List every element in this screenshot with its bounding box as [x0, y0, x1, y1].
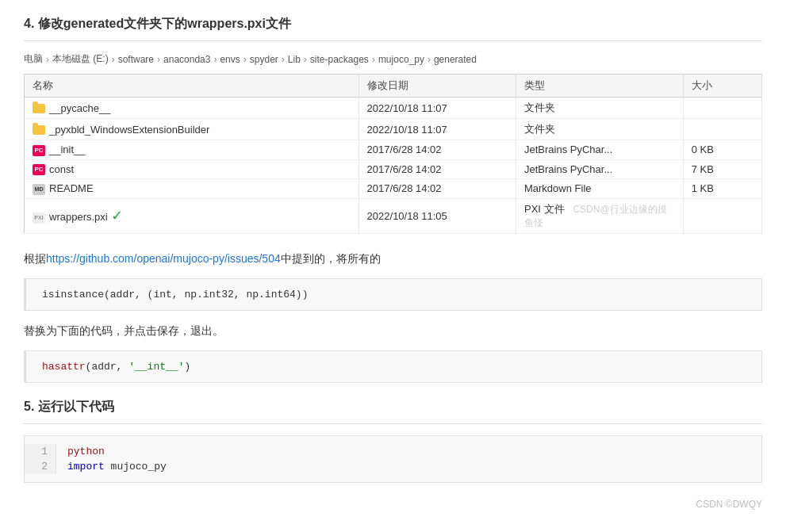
breadcrumb-sep: › [157, 54, 160, 65]
section5-title: 5. 运行以下代码 [24, 399, 762, 424]
breadcrumb-item: 电脑 [24, 52, 43, 66]
paragraph1-text: 根据 [24, 252, 46, 265]
file-name-label: __init__ [49, 144, 86, 155]
code2-string: '__int__' [128, 361, 184, 373]
breadcrumb-item: 本地磁盘 (E:) [52, 52, 109, 66]
page-container: 4. 修改generated文件夹下的wrappers.pxi文件 电脑 › 本… [0, 0, 786, 526]
file-type-cell: 文件夹 [516, 119, 683, 140]
file-table-body: __pycache__2022/10/18 11:07文件夹_pyxbld_Wi… [25, 98, 762, 234]
module-name: mujoco_py [105, 461, 167, 473]
breadcrumb-item: generated [434, 54, 477, 65]
file-name-cell: MDREADME [25, 179, 359, 199]
file-name-cell: __pycache__ [25, 98, 359, 119]
table-header-row: 名称 修改日期 类型 大小 [25, 75, 762, 98]
breadcrumb: 电脑 › 本地磁盘 (E:) › software › anaconda3 › … [24, 52, 762, 66]
col-header-date: 修改日期 [358, 75, 516, 98]
pxi-icon: PXI [33, 212, 45, 224]
checkmark-icon: ✓ [111, 208, 123, 224]
file-date-cell: 2017/6/28 14:02 [358, 140, 516, 160]
file-date-cell: 2017/6/28 14:02 [358, 159, 516, 179]
file-date-cell: 2022/10/18 11:05 [358, 198, 516, 233]
code-line-2: 2 import mujoco_py [25, 459, 761, 474]
file-type-cell: 文件夹 [516, 98, 683, 119]
section4-title: 4. 修改generated文件夹下的wrappers.pxi文件 [24, 16, 762, 41]
table-row: MDREADME2017/6/28 14:02Markdown File1 KB [25, 179, 762, 199]
file-size-cell [683, 98, 761, 119]
breadcrumb-sep: › [243, 54, 247, 65]
file-size-cell [683, 198, 761, 233]
line-code-2: import mujoco_py [56, 459, 178, 474]
pc-icon: PC [33, 164, 45, 175]
line-num-1: 1 [25, 444, 56, 459]
code2-args: (addr, [86, 361, 129, 373]
file-date-cell: 2017/6/28 14:02 [358, 179, 516, 199]
breadcrumb-item: site-packages [310, 54, 369, 65]
code-line-1: 1 python [25, 444, 761, 459]
breadcrumb-item: spyder [250, 54, 278, 65]
col-header-type: 类型 [516, 75, 683, 98]
breadcrumb-sep: › [304, 54, 307, 65]
code2-keyword: hasattr [42, 361, 86, 373]
table-row: __pycache__2022/10/18 11:07文件夹 [25, 98, 762, 119]
code-block-2: hasattr(addr, '__int__') [24, 350, 762, 383]
file-table: 名称 修改日期 类型 大小 __pycache__2022/10/18 11:0… [24, 74, 762, 234]
file-type-cell: JetBrains PyChar... [516, 159, 683, 179]
file-name-label: wrappers.pxi [49, 211, 108, 223]
breadcrumb-sep: › [428, 54, 431, 65]
breadcrumb-sep: › [282, 54, 285, 65]
breadcrumb-item: Lib [288, 54, 301, 65]
file-name-cell: PC__init__ [25, 140, 359, 160]
import-keyword: import [67, 461, 105, 473]
table-row: PCconst2017/6/28 14:02JetBrains PyChar..… [25, 159, 762, 179]
table-row: PXIwrappers.pxi✓2022/10/18 11:05PXI 文件 C… [25, 198, 762, 233]
file-name-cell: PXIwrappers.pxi✓ [25, 198, 359, 233]
paragraph2: 替换为下面的代码，并点击保存，退出。 [24, 322, 762, 339]
code-block-numbered: 1 python 2 import mujoco_py [24, 435, 762, 483]
breadcrumb-sep: › [213, 54, 217, 65]
line-code-1: python [56, 444, 116, 459]
file-date-cell: 2022/10/18 11:07 [358, 119, 516, 140]
table-row: PC__init__2017/6/28 14:02JetBrains PyCha… [25, 140, 762, 160]
breadcrumb-sep: › [112, 54, 115, 65]
file-date-cell: 2022/10/18 11:07 [358, 98, 516, 119]
file-name-label: README [49, 182, 94, 194]
code2-close: ) [184, 361, 190, 373]
file-size-cell: 0 KB [683, 140, 761, 160]
breadcrumb-item: mujoco_py [378, 54, 424, 65]
file-name-label: _pyxbld_WindowsExtensionBuilder [49, 124, 209, 136]
breadcrumb-item: envs [220, 54, 240, 65]
breadcrumb-sep: › [46, 54, 49, 65]
file-type-cell: JetBrains PyChar... [516, 140, 683, 160]
folder-icon [33, 104, 45, 113]
paragraph1: 根据https://github.com/openai/mujoco-py/is… [24, 250, 762, 267]
paragraph1-suffix: 中提到的，将所有的 [281, 252, 381, 265]
line-num-2: 2 [25, 459, 56, 474]
pc-icon: PC [33, 145, 45, 156]
breadcrumb-item: anaconda3 [163, 54, 210, 65]
file-name-label: __pycache__ [49, 102, 110, 114]
watermark-text: CSDN@行业边缘的摸鱼怪 [524, 204, 667, 228]
md-icon: MD [33, 184, 45, 195]
footer: CSDN ©DWQY [24, 499, 762, 510]
code-block-1: isinstance(addr, (int, np.int32, np.int6… [24, 278, 762, 311]
github-link[interactable]: https://github.com/openai/mujoco-py/issu… [46, 252, 281, 265]
col-header-size: 大小 [683, 75, 761, 98]
file-size-cell: 1 KB [683, 179, 761, 199]
file-size-cell [683, 119, 761, 140]
file-name-label: const [49, 163, 74, 175]
code1-text: isinstance(addr, (int, np.int32, np.int6… [42, 289, 308, 300]
file-name-cell: PCconst [25, 159, 359, 179]
folder-icon [33, 125, 45, 135]
file-name-cell: _pyxbld_WindowsExtensionBuilder [25, 119, 359, 140]
breadcrumb-item: software [118, 54, 154, 65]
file-size-cell: 7 KB [683, 159, 761, 179]
breadcrumb-sep: › [372, 54, 375, 65]
file-type-cell: Markdown File [516, 179, 683, 199]
file-type-cell: PXI 文件 CSDN@行业边缘的摸鱼怪 [516, 198, 683, 233]
table-row: _pyxbld_WindowsExtensionBuilder2022/10/1… [25, 119, 762, 140]
col-header-name: 名称 [25, 75, 359, 98]
python-keyword: python [67, 446, 105, 457]
